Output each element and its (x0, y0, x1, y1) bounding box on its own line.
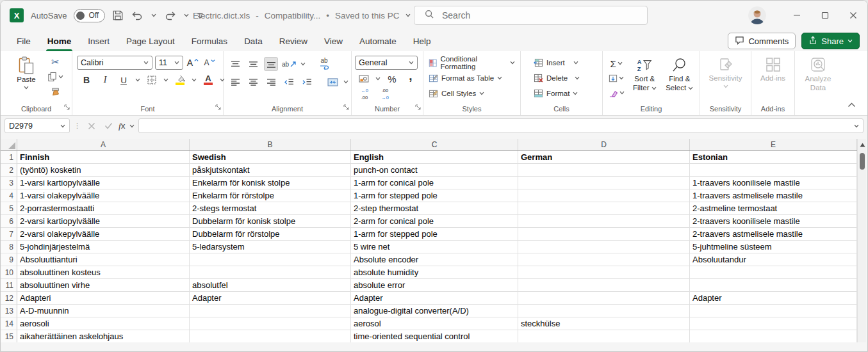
cell-A8[interactable]: 5-johdinjärjestelmä (17, 241, 190, 253)
cell-B3[interactable]: Enkelarm för konisk stolpe (190, 177, 351, 189)
maximize-button[interactable] (811, 1, 839, 30)
cell-C12[interactable]: Adapter (351, 292, 518, 305)
comma-style-button[interactable]: , (404, 72, 418, 86)
cell-A2[interactable]: (työntö) kosketin (17, 164, 190, 177)
orientation-button[interactable]: ab (282, 57, 297, 71)
cell-C4[interactable]: 1-arm for stepped pole (351, 189, 518, 202)
cell-A1[interactable]: Finnish (17, 151, 190, 164)
row-header-11[interactable]: 11 (1, 279, 17, 292)
cell-C1[interactable]: English (351, 151, 518, 164)
sort-filter-button[interactable]: A Z Sort & Filter (628, 55, 661, 93)
cell-C14[interactable]: aerosol (351, 317, 518, 330)
fill-color-dropdown-icon[interactable] (192, 78, 197, 82)
cell-D15[interactable] (518, 330, 690, 342)
row-header-4[interactable]: 4 (1, 189, 17, 202)
cell-D7[interactable] (518, 228, 690, 241)
underline-button[interactable]: U (117, 73, 131, 87)
cell-D12[interactable] (518, 292, 690, 305)
format-cells-button[interactable]: Format (532, 86, 580, 101)
cell-B9[interactable] (190, 253, 351, 266)
user-avatar[interactable] (748, 6, 766, 24)
cell-A13[interactable]: A-D-muunnin (17, 305, 190, 317)
column-header-D[interactable]: D (518, 139, 690, 150)
saved-status-chevron-icon[interactable] (405, 13, 411, 17)
cell-D4[interactable] (518, 189, 690, 202)
cell-E10[interactable] (690, 266, 857, 279)
cell-B1[interactable]: Swedish (190, 151, 351, 164)
accounting-dropdown-icon[interactable] (375, 77, 381, 81)
decrease-font-size-button[interactable]: A (202, 56, 217, 70)
save-icon[interactable] (112, 10, 124, 21)
cell-D13[interactable] (518, 305, 690, 317)
bottom-align-button[interactable] (264, 57, 278, 71)
increase-font-size-button[interactable]: A (186, 56, 200, 70)
increase-decimal-button[interactable]: ←0.00 (357, 88, 372, 102)
minimize-button[interactable] (783, 1, 811, 30)
row-header-10[interactable]: 10 (1, 266, 17, 279)
clipboard-dialog-launcher-icon[interactable] (64, 101, 70, 113)
cell-B7[interactable]: Dubbelarm för rörstolpe (190, 228, 351, 241)
row-header-12[interactable]: 12 (1, 292, 17, 305)
redo-dropdown-icon[interactable] (184, 13, 189, 17)
format-as-table-button[interactable]: Format as Table (427, 70, 504, 86)
cell-B5[interactable]: 2-stegs termostat (190, 202, 351, 215)
undo-dropdown-icon[interactable] (151, 13, 156, 17)
cell-D5[interactable] (518, 202, 690, 215)
decrease-indent-button[interactable] (282, 75, 296, 89)
increase-indent-button[interactable] (300, 75, 314, 89)
copy-dropdown-icon[interactable] (58, 75, 63, 79)
row-header-3[interactable]: 3 (1, 177, 17, 189)
cell-styles-button[interactable]: Cell Styles (427, 86, 486, 101)
column-header-B[interactable]: B (190, 139, 351, 150)
cell-D6[interactable] (518, 215, 690, 228)
addins-button[interactable]: Add-ins (755, 54, 791, 83)
row-header-2[interactable]: 2 (1, 164, 17, 177)
vertical-scrollbar[interactable] (857, 139, 866, 342)
cell-A6[interactable]: 2-varsi kartiopylväälle (17, 215, 190, 228)
row-header-6[interactable]: 6 (1, 215, 17, 228)
cell-C3[interactable]: 1-arm for conical pole (351, 177, 518, 189)
percent-style-button[interactable]: % (385, 72, 399, 86)
fx-dropdown-icon[interactable] (129, 124, 135, 128)
font-name-combo[interactable]: Calibri (77, 56, 152, 70)
row-header-14[interactable]: 14 (1, 317, 17, 330)
formula-input[interactable] (138, 118, 864, 133)
cell-B6[interactable]: Dubbelarm för konisk stolpe (190, 215, 351, 228)
tab-formulas[interactable]: Formulas (183, 33, 236, 51)
cell-C8[interactable]: 5 wire net (351, 241, 518, 253)
expand-formula-bar-icon[interactable] (854, 124, 859, 128)
borders-dropdown-icon[interactable] (163, 78, 168, 82)
cell-D10[interactable] (518, 266, 690, 279)
fill-button[interactable] (609, 71, 624, 85)
font-dialog-launcher-icon[interactable] (215, 101, 221, 113)
scroll-up-icon[interactable] (858, 143, 867, 147)
font-size-combo[interactable]: 11 (155, 56, 183, 70)
cell-E3[interactable]: 1-traavers koonilisele mastile (690, 177, 857, 189)
cell-A11[interactable]: absoluuttinen virhe (17, 279, 190, 292)
column-header-C[interactable]: C (351, 139, 518, 150)
cell-A7[interactable]: 2-varsi olakepylväälle (17, 228, 190, 241)
cell-E13[interactable] (690, 305, 857, 317)
scrollbar-thumb[interactable] (860, 153, 865, 170)
cell-E12[interactable]: Adapter (690, 292, 857, 305)
cell-C5[interactable]: 2-step thermostat (351, 202, 518, 215)
cell-C6[interactable]: 2-arm for conical pole (351, 215, 518, 228)
cell-D14[interactable]: steckhülse (518, 317, 690, 330)
cell-C13[interactable]: analogue-digital converter(A/D) (351, 305, 518, 317)
insert-function-button[interactable]: fx (119, 121, 126, 131)
tab-automate[interactable]: Automate (351, 33, 405, 51)
top-align-button[interactable] (228, 57, 242, 71)
cell-A9[interactable]: Absoluuttianturi (17, 253, 190, 266)
cell-A15[interactable]: aikaherättäinen askelohjaus (17, 330, 190, 342)
cell-E14[interactable] (690, 317, 857, 330)
cell-E2[interactable] (690, 164, 857, 177)
collapse-ribbon-icon[interactable] (848, 99, 856, 110)
row-header-9[interactable]: 9 (1, 253, 17, 266)
tab-insert[interactable]: Insert (79, 33, 118, 51)
excel-logo-icon[interactable]: X (10, 8, 24, 22)
cell-C9[interactable]: Absolute encoder (351, 253, 518, 266)
close-button[interactable] (839, 1, 867, 30)
tab-help[interactable]: Help (405, 33, 439, 51)
tab-review[interactable]: Review (271, 33, 316, 51)
cell-B2[interactable]: påskjutskontakt (190, 164, 351, 177)
